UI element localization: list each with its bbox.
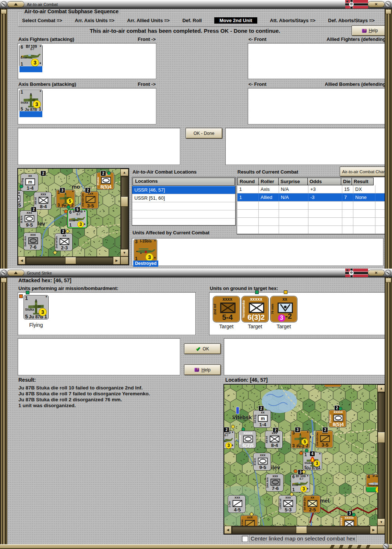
phase-label[interactable]: Def. Aborts/Stays => xyxy=(328,18,375,23)
ground-unit-counter[interactable]: XIII Infxxx8-4 xyxy=(34,192,51,209)
ground-unit-counter[interactable]: 1 Cavxxx4-5 xyxy=(228,496,245,513)
phase-label[interactable]: Att. Aborts/Stays => xyxy=(270,18,315,23)
map-marker-icon xyxy=(294,470,297,473)
system-menu-button[interactable] xyxy=(8,1,24,7)
ground-unit-counter[interactable]: Zhukovxxxxx8(5)4 xyxy=(329,410,346,427)
ground-unit-counter[interactable]: 2nd Cavxxx xyxy=(241,515,258,526)
ok-done-button[interactable]: OK - Done xyxy=(186,128,222,139)
air-unit-counter[interactable]: 3*I-15bis1*3 xyxy=(134,239,157,261)
scroll-up-button[interactable]: ▲ xyxy=(120,169,128,176)
column-header[interactable]: Die xyxy=(341,178,352,185)
allied-bombers-box[interactable] xyxy=(248,88,385,125)
ground-unit-counter[interactable]: 76 mmxx3-2 xyxy=(271,296,297,322)
table-row[interactable]: 1AxisN/A+315DX xyxy=(237,185,385,193)
titlebar[interactable]: Ground Strike ✠✚ ✕ xyxy=(0,269,392,277)
air-unit-counter[interactable]: 1*Stuka5Ju 87B13 xyxy=(20,90,42,111)
phase-label[interactable]: Arr. Allied Units => xyxy=(127,18,170,23)
combat-chart-button[interactable]: Air-to-air Combat Chart xyxy=(340,167,385,176)
scroll-thumb[interactable] xyxy=(121,197,128,206)
system-menu-button[interactable] xyxy=(8,270,24,276)
ground-unit-counter[interactable]: XIII Infxxx8-4 xyxy=(265,431,282,448)
ground-unit-counter[interactable]: LXXIV Infxxx5-3 xyxy=(279,496,296,513)
svg-text:m: m xyxy=(261,416,265,421)
scroll-left-button[interactable]: ◀ xyxy=(18,256,25,265)
ground-unit-counter[interactable]: 1st Mot Divxx2-5 xyxy=(303,496,320,513)
ground-unit-counter[interactable]: Rommelxxxxx6(3)5 xyxy=(18,191,23,208)
close-button[interactable]: ✕ xyxy=(368,270,384,276)
scroll-thumb[interactable] xyxy=(378,432,385,443)
scroll-thumb[interactable] xyxy=(66,257,76,264)
scroll-thumb[interactable] xyxy=(296,527,307,533)
map-vertical-scrollbar[interactable]: ▲ ▼ xyxy=(377,385,385,526)
close-button[interactable]: ✕ xyxy=(368,1,384,7)
air-unit-counter[interactable]: 1*Stuka5Ju 87B13 xyxy=(24,296,48,319)
scroll-down-button[interactable]: ▼ xyxy=(120,249,128,256)
allied-fighters-box[interactable] xyxy=(248,43,385,79)
table-row[interactable] xyxy=(237,202,385,210)
column-header[interactable]: Round xyxy=(237,178,259,185)
phase-label[interactable]: Select Combat => xyxy=(22,18,62,23)
ok-button[interactable]: ✔OK xyxy=(184,343,221,354)
affected-units-box[interactable]: 3*I-15bis1*3Destroyed xyxy=(132,238,384,266)
table-row[interactable] xyxy=(237,226,385,234)
phase-label[interactable]: Move 2nd Unit xyxy=(214,17,257,24)
phase-label[interactable]: Def. Roll xyxy=(182,18,202,23)
ground-units-box[interactable]: 2nd Infxxxx5-4TargetYeremenkoxxxxx6(3)2T… xyxy=(209,292,385,335)
help-button[interactable]: Help xyxy=(352,25,385,36)
ground-unit-counter[interactable]: DAK Armxxx7-6 xyxy=(24,233,41,250)
phase-label[interactable]: Arr. Axis Units => xyxy=(75,18,114,23)
scroll-right-button[interactable]: ▶ xyxy=(370,526,377,534)
list-item[interactable] xyxy=(132,210,235,218)
table-row[interactable]: 1AlliedN/A-37None xyxy=(237,193,385,202)
column-header[interactable]: Roller xyxy=(258,178,279,185)
ground-unit-counter[interactable]: 1st Engxxm1-4 xyxy=(21,174,38,191)
air-unit-counter[interactable]: 6*Bf 109E-7Emil1*3 xyxy=(224,431,234,448)
ground-unit-counter[interactable]: Yeremenkoxxxxx xyxy=(340,516,357,526)
ground-unit-counter[interactable]: Rommelxxxxx6(3)5 xyxy=(239,431,256,448)
column-header[interactable]: Result xyxy=(352,178,374,185)
list-item[interactable] xyxy=(132,202,235,210)
help-button[interactable]: Help xyxy=(184,364,221,375)
results-table[interactable]: RoundRollerSurpriseOddsDieResult 1AxisN/… xyxy=(237,177,385,234)
combat-map[interactable]: gilevmo1st Engxxm1-4Zhukovxxxxx8(5)4Romm… xyxy=(18,169,120,256)
ground-unit-counter[interactable]: 2nd Infxxxx5-4 xyxy=(213,296,240,322)
center-map-checkbox[interactable] xyxy=(242,536,248,542)
ground-unit-counter[interactable]: 2nd GD Cavxxx3-5 xyxy=(81,192,98,209)
ground-unit-counter[interactable] xyxy=(324,385,341,387)
ground-unit-counter[interactable]: DAK Armxxx7-6 xyxy=(266,474,283,491)
column-header[interactable]: Odds xyxy=(307,178,341,185)
ground-unit-counter[interactable]: 2nd GD Cavxxx3-5 xyxy=(316,431,333,448)
list-item[interactable] xyxy=(132,218,235,225)
map-horizontal-scrollbar[interactable]: ◀ ▶ xyxy=(18,256,120,265)
scroll-down-button[interactable]: ▼ xyxy=(377,518,385,526)
axis-fighters-box[interactable]: 6*Bf 109E-7Emil1*3 xyxy=(18,43,156,79)
air-unit-counter[interactable]: 6*Bf 109E-7Emil1*3 xyxy=(291,475,310,492)
center-map-checkbox-label[interactable]: Center linked map on selected combat hex xyxy=(249,535,357,542)
ground-unit-counter[interactable]: Yeremenkoxxxxx6(3)2 xyxy=(242,296,268,322)
list-item[interactable]: USSR [46, 57] xyxy=(132,186,235,194)
titlebar[interactable]: Air-to-air Combat ✠✚ ✕ xyxy=(0,0,392,9)
table-row[interactable] xyxy=(237,218,385,226)
locations-list[interactable]: Locations USSR [46, 57]USSR [51, 60] xyxy=(132,177,236,225)
map-horizontal-scrollbar[interactable]: ◀ ▶ xyxy=(224,526,377,534)
air-unit-counter[interactable]: 6*Bf 109E-7Emil1*3 xyxy=(68,210,86,227)
ground-unit-counter[interactable]: 2nd Inf Divxx2-3 xyxy=(55,234,72,251)
scroll-up-button[interactable]: ▲ xyxy=(377,385,385,392)
table-row[interactable] xyxy=(237,210,385,218)
scroll-right-button[interactable]: ▶ xyxy=(113,256,120,265)
linked-map[interactable]: Vitebskmogilevmel1st Engxxm1-4Zhukovxxxx… xyxy=(224,385,378,526)
column-header[interactable]: Surprise xyxy=(278,178,308,185)
air-unit-counter[interactable]: 3*3Pe-225 xyxy=(56,190,75,207)
map-vertical-scrollbar[interactable]: ▲ ▼ xyxy=(120,169,128,256)
ground-unit-counter[interactable]: 1st Engxxm1-4 xyxy=(254,410,271,427)
scroll-left-button[interactable]: ◀ xyxy=(224,526,232,534)
air-unit-counter[interactable]: 6*Bf 109E-7Emil1*3 xyxy=(20,45,42,66)
air-unit-counter[interactable]: 4P-40CTomahawk8 xyxy=(366,475,378,492)
ground-unit-counter[interactable]: III Armxxx9-5 xyxy=(20,211,37,228)
list-item[interactable]: USSR [51, 60] xyxy=(132,194,235,202)
ground-unit-counter[interactable]: III Armxxx9-5 xyxy=(254,453,271,470)
hex-stack-badge: 3 xyxy=(295,427,300,432)
air-unit-counter[interactable]: 3*3Pe-225 xyxy=(291,431,310,448)
performing-units-box[interactable]: 1*Stuka5Ju 87B13Flying xyxy=(18,292,196,335)
axis-bombers-box[interactable]: 1*Stuka5Ju 87B13 xyxy=(18,88,156,125)
